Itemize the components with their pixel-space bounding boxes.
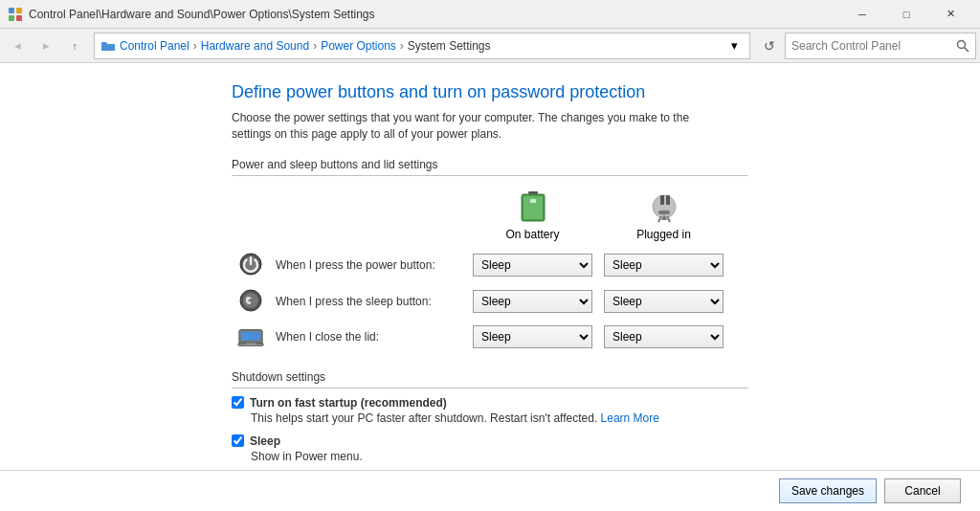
title-bar: Control Panel\Hardware and Sound\Power O… [0, 0, 980, 29]
power-button-icon [238, 252, 263, 277]
search-bar [785, 33, 976, 59]
learn-more-link[interactable]: Learn More [601, 411, 659, 425]
refresh-button[interactable]: ↺ [756, 33, 783, 59]
plugged-select-1[interactable]: Do nothingSleepHibernateShut downTurn of… [604, 290, 724, 313]
app-icon [8, 7, 23, 22]
battery-dropdown-cell-2: Do nothingSleepHibernateShut downTurn of… [467, 320, 598, 355]
minimize-button[interactable]: ─ [840, 0, 884, 29]
svg-rect-3 [16, 15, 22, 21]
row-label-2: When I close the lid: [270, 320, 467, 355]
breadcrumb-current: System Settings [408, 39, 491, 53]
maximize-button[interactable]: □ [884, 0, 928, 29]
plug-icon [649, 189, 679, 224]
sleep-button-icon [238, 288, 263, 313]
shutdown-label-sleep: Sleep [250, 434, 280, 448]
svg-rect-12 [666, 195, 670, 205]
cancel-button[interactable]: Cancel [884, 478, 961, 503]
title-bar-controls: ─ □ ✕ [840, 0, 972, 29]
row-icon-1 [232, 283, 270, 320]
svg-rect-9 [530, 199, 536, 203]
svg-rect-13 [658, 211, 670, 214]
plugged-label: Plugged in [636, 228, 691, 241]
row-icon-2 [232, 320, 270, 355]
row-icon-0 [232, 247, 270, 283]
battery-dropdown-cell-0: Do nothingSleepHibernateShut downTurn of… [467, 247, 598, 283]
power-settings-table: On battery [232, 184, 729, 355]
folder-icon [100, 38, 116, 54]
battery-select-2[interactable]: Do nothingSleepHibernateShut downTurn of… [473, 325, 592, 348]
battery-dropdown-cell-1: Do nothingSleepHibernateShut downTurn of… [467, 283, 598, 320]
shutdown-section-header: Shutdown settings [232, 370, 748, 389]
plugged-column-header: Plugged in [598, 184, 729, 247]
power-section-header: Power and sleep buttons and lid settings [232, 158, 748, 176]
checkbox-sleep[interactable] [232, 434, 244, 447]
breadcrumb-bar: Control Panel › Hardware and Sound › Pow… [94, 33, 750, 59]
search-input[interactable] [791, 39, 956, 53]
plugged-dropdown-cell-0: Do nothingSleepHibernateShut downTurn of… [598, 247, 729, 283]
up-button[interactable]: ↑ [61, 33, 88, 59]
nav-bar: ◂ ▸ ↑ Control Panel › Hardware and Sound… [0, 29, 980, 63]
shutdown-item-fast_startup: Turn on fast startup (recommended) This … [232, 396, 748, 425]
page-description: Choose the power settings that you want … [232, 110, 729, 143]
forward-button[interactable]: ▸ [33, 33, 59, 59]
save-button[interactable]: Save changes [779, 478, 877, 503]
power-row-0: When I press the power button: Do nothin… [232, 247, 729, 283]
svg-point-18 [243, 293, 258, 308]
svg-rect-20 [241, 331, 261, 340]
plugged-select-2[interactable]: Do nothingSleepHibernateShut downTurn of… [604, 325, 724, 348]
svg-rect-11 [660, 195, 664, 205]
row-label-1: When I press the sleep button: [270, 283, 467, 320]
shutdown-desc-sleep: Show in Power menu. [232, 450, 748, 463]
plugged-dropdown-cell-1: Do nothingSleepHibernateShut downTurn of… [598, 283, 729, 320]
breadcrumb-hardware[interactable]: Hardware and Sound [201, 39, 309, 53]
shutdown-desc-fast_startup: This helps start your PC faster after sh… [232, 411, 748, 425]
shutdown-label-fast_startup: Turn on fast startup (recommended) [250, 396, 447, 410]
checkbox-fast_startup[interactable] [232, 396, 244, 409]
main-content: Define power buttons and turn on passwor… [0, 63, 980, 511]
close-button[interactable]: ✕ [928, 0, 972, 29]
breadcrumb-dropdown-button[interactable]: ▾ [724, 33, 744, 58]
svg-rect-1 [16, 8, 22, 13]
breadcrumb-power-options[interactable]: Power Options [321, 39, 396, 53]
battery-select-0[interactable]: Do nothingSleepHibernateShut downTurn of… [473, 254, 592, 277]
row-label-0: When I press the power button: [270, 247, 467, 283]
shutdown-item-header-sleep: Sleep [232, 434, 748, 448]
shutdown-item-sleep: Sleep Show in Power menu. [232, 434, 748, 463]
breadcrumb-control-panel[interactable]: Control Panel [120, 39, 189, 53]
search-icon [956, 39, 969, 53]
window-title: Control Panel\Hardware and Sound\Power O… [29, 8, 375, 21]
bottom-bar: Save changes Cancel [0, 470, 980, 511]
power-row-2: When I close the lid: Do nothingSleepHib… [232, 320, 729, 355]
battery-label: On battery [505, 228, 559, 241]
svg-rect-2 [9, 15, 14, 21]
plugged-select-0[interactable]: Do nothingSleepHibernateShut downTurn of… [604, 254, 724, 277]
power-row-1: When I press the sleep button: Do nothin… [232, 283, 729, 320]
page-title: Define power buttons and turn on passwor… [232, 82, 748, 102]
svg-line-5 [965, 47, 969, 52]
back-button[interactable]: ◂ [4, 33, 31, 59]
battery-icon [520, 189, 546, 224]
battery-select-1[interactable]: Do nothingSleepHibernateShut downTurn of… [473, 290, 592, 313]
svg-rect-0 [9, 8, 14, 13]
shutdown-item-header-fast_startup: Turn on fast startup (recommended) [232, 396, 748, 410]
plugged-dropdown-cell-2: Do nothingSleepHibernateShut downTurn of… [598, 320, 729, 355]
lid-icon [237, 325, 264, 348]
title-bar-left: Control Panel\Hardware and Sound\Power O… [8, 7, 375, 22]
battery-column-header: On battery [467, 184, 598, 247]
svg-point-4 [958, 40, 966, 48]
